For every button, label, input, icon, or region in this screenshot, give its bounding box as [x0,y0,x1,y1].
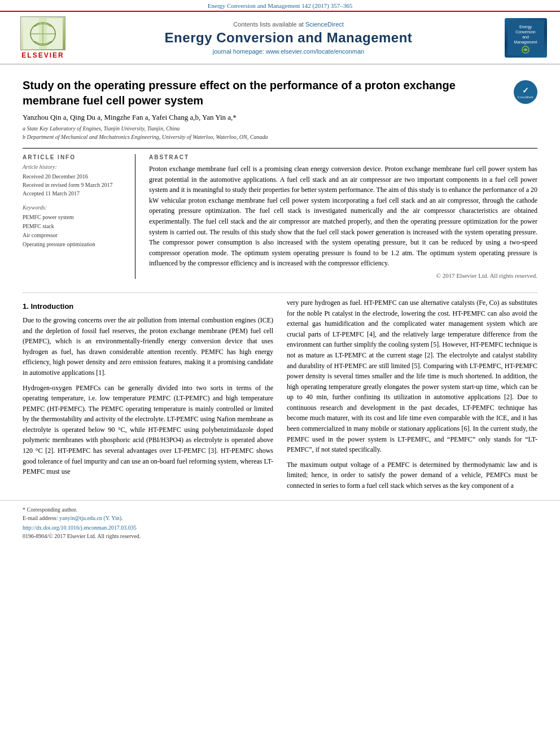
journal-homepage: journal homepage: www.elsevier.com/locat… [77,48,500,55]
authors-text: Yanzhou Qin a, Qing Du a, Mingzhe Fan a,… [23,113,237,121]
homepage-link[interactable]: journal homepage: www.elsevier.com/locat… [213,48,364,55]
article-info-col: ARTICLE INFO Article history: Received 2… [23,154,135,279]
svg-rect-4 [39,18,47,49]
intro-paragraph-2: Hydrogen-oxygen PEMFCs can be generally … [23,383,273,477]
corresponding-label: * Corresponding author. [23,506,77,513]
journal-reference: Energy Conversion and Management 142 (20… [208,2,352,9]
accepted-date: Accepted 11 March 2017 [23,189,126,198]
abstract-label: ABSTRACT [149,154,537,160]
journal-header: ELSEVIER Contents lists available at Sci… [0,11,560,64]
header-center: Contents lists available at ScienceDirec… [77,21,500,55]
section-number: 1. [23,302,29,311]
journal-logo-box: Energy Conversion and Management [505,18,547,58]
sciencedirect-link[interactable]: ScienceDirect [305,21,344,28]
crossmark-badge: ✓ CrossMark [514,80,537,104]
elsevier-brand-text: ELSEVIER [21,51,64,59]
doi-link[interactable]: http://dx.doi.org/10.1016/j.enconman.201… [23,525,137,531]
left-main-col: 1. Introduction Due to the growing conce… [23,298,273,496]
keyword-4: Operating pressure optimization [23,240,126,249]
received-date: Received 20 December 2016 [23,172,126,181]
crossmark-label: CrossMark [518,95,534,99]
affiliation-a: a State Key Laboratory of Engines, Tianj… [23,124,537,133]
article-title-section: Study on the operating pressure effect o… [23,73,537,108]
email-note: E-mail address: yanyin@tju.edu.cn (Y. Yi… [23,514,537,522]
right-paragraph-1: very pure hydrogen as fuel. HT-PEMFC can… [287,298,537,455]
section-divider [23,292,537,293]
content-area: Study on the operating pressure effect o… [0,64,560,288]
elsevier-logo: ELSEVIER [9,16,77,59]
svg-text:Management: Management [514,40,537,45]
received-revised-date: Received in revised form 9 March 2017 [23,181,126,189]
authors-line: Yanzhou Qin a, Qing Du a, Mingzhe Fan a,… [23,113,537,122]
abstract-text: Proton exchange membrane fuel cell is a … [149,164,537,269]
article-history-label: Article history: [23,164,126,170]
email-link[interactable]: yanyin@tju.edu.cn (Y. Yin). [59,515,123,521]
main-content: 1. Introduction Due to the growing conce… [0,298,560,496]
journal-title-main: Energy Conversion and Management [77,30,500,46]
keywords-section: Keywords: PEMFC power system PEMFC stack… [23,204,126,249]
top-bar: Energy Conversion and Management 142 (20… [0,0,560,11]
corresponding-author-note: * Corresponding author. [23,505,537,514]
issn-line: 0196-8904/© 2017 Elsevier Ltd. All right… [23,532,537,540]
svg-text:Energy: Energy [519,25,532,29]
sciencedirect-line: Contents lists available at ScienceDirec… [77,21,500,28]
intro-paragraph-1: Due to the growing concerns over the air… [23,315,273,378]
right-main-col: very pure hydrogen as fuel. HT-PEMFC can… [287,298,537,496]
keyword-2: PEMFC stack [23,222,126,231]
affiliation-b: b Department of Mechanical and Mechatron… [23,133,537,141]
elsevier-logo-image [20,16,65,50]
footnote-area: * Corresponding author. E-mail address: … [0,500,560,545]
article-info-abstract: ARTICLE INFO Article history: Received 2… [23,148,537,279]
doi-line: http://dx.doi.org/10.1016/j.enconman.201… [23,523,537,532]
svg-text:and: and [522,35,529,39]
journal-logo-right: Energy Conversion and Management [500,18,551,58]
email-label: E-mail address: [23,515,58,521]
affiliations: a State Key Laboratory of Engines, Tianj… [23,124,537,141]
right-paragraph-2: The maximum output voltage of a PEMFC is… [287,460,537,491]
keyword-1: PEMFC power system [23,213,126,222]
introduction-heading: 1. Introduction [23,302,273,311]
article-info-label: ARTICLE INFO [23,154,126,160]
article-title: Study on the operating pressure effect o… [23,78,505,108]
svg-text:Conversion: Conversion [515,30,536,34]
section-title: Introduction [30,302,73,311]
copyright-line: © 2017 Elsevier Ltd. All rights reserved… [149,272,537,279]
keyword-3: Air compressor [23,231,126,240]
crossmark-check: ✓ [522,86,529,95]
keywords-label: Keywords: [23,204,126,211]
abstract-col: ABSTRACT Proton exchange membrane fuel c… [149,154,537,279]
